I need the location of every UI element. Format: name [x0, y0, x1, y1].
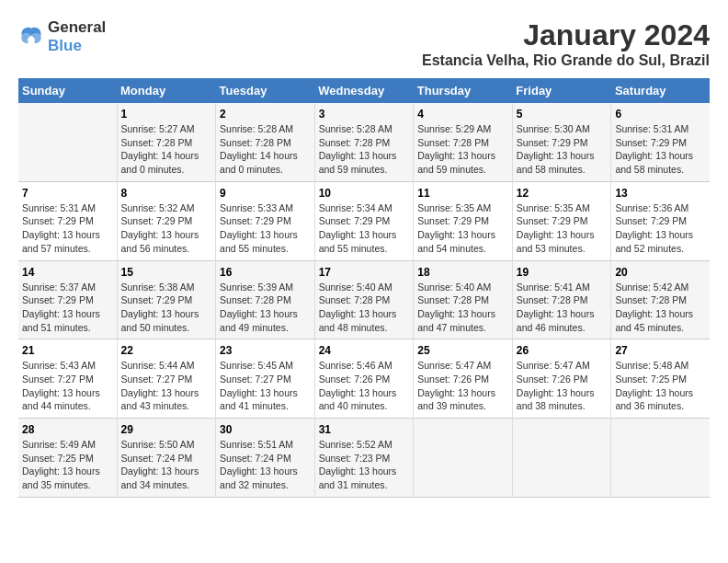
- calendar-week-row: 28Sunrise: 5:49 AM Sunset: 7:25 PM Dayli…: [18, 419, 710, 498]
- day-number: 27: [615, 344, 706, 357]
- day-number: 22: [121, 344, 212, 357]
- page-title: January 2024: [422, 18, 710, 52]
- page-header: General Blue January 2024 Estancia Velha…: [18, 18, 710, 69]
- day-number: 30: [220, 423, 311, 436]
- day-number: 19: [517, 266, 608, 279]
- calendar-cell: 9Sunrise: 5:33 AM Sunset: 7:29 PM Daylig…: [216, 181, 315, 260]
- day-number: 17: [319, 266, 410, 279]
- calendar-cell: 28Sunrise: 5:49 AM Sunset: 7:25 PM Dayli…: [18, 419, 117, 498]
- calendar-cell: 7Sunrise: 5:31 AM Sunset: 7:29 PM Daylig…: [18, 181, 117, 260]
- calendar-cell: 26Sunrise: 5:47 AM Sunset: 7:26 PM Dayli…: [512, 339, 611, 419]
- calendar-cell: 4Sunrise: 5:29 AM Sunset: 7:28 PM Daylig…: [414, 103, 513, 181]
- weekday-header-sunday: Sunday: [18, 78, 117, 103]
- day-info: Sunrise: 5:27 AM Sunset: 7:28 PM Dayligh…: [121, 122, 212, 177]
- calendar-cell: [18, 103, 117, 181]
- day-info: Sunrise: 5:31 AM Sunset: 7:29 PM Dayligh…: [22, 201, 113, 256]
- page-subtitle: Estancia Velha, Rio Grande do Sul, Brazi…: [422, 52, 710, 69]
- day-info: Sunrise: 5:28 AM Sunset: 7:28 PM Dayligh…: [220, 122, 311, 177]
- logo-general: General: [48, 18, 106, 36]
- weekday-header-thursday: Thursday: [414, 78, 513, 103]
- calendar-cell: 10Sunrise: 5:34 AM Sunset: 7:29 PM Dayli…: [314, 181, 414, 260]
- day-number: 4: [417, 108, 508, 121]
- day-info: Sunrise: 5:46 AM Sunset: 7:26 PM Dayligh…: [319, 359, 410, 413]
- calendar-cell: 31Sunrise: 5:52 AM Sunset: 7:23 PM Dayli…: [314, 419, 414, 498]
- day-info: Sunrise: 5:49 AM Sunset: 7:25 PM Dayligh…: [22, 438, 113, 492]
- calendar-cell: [414, 419, 513, 498]
- day-number: 9: [220, 187, 311, 200]
- weekday-header-monday: Monday: [117, 78, 216, 103]
- day-number: 26: [517, 344, 608, 357]
- day-number: 31: [319, 423, 410, 436]
- calendar-cell: 1Sunrise: 5:27 AM Sunset: 7:28 PM Daylig…: [117, 103, 216, 181]
- calendar-cell: 12Sunrise: 5:35 AM Sunset: 7:29 PM Dayli…: [512, 181, 611, 260]
- day-info: Sunrise: 5:45 AM Sunset: 7:27 PM Dayligh…: [220, 359, 311, 413]
- day-info: Sunrise: 5:28 AM Sunset: 7:28 PM Dayligh…: [319, 122, 410, 177]
- day-number: 28: [22, 423, 113, 436]
- day-info: Sunrise: 5:47 AM Sunset: 7:26 PM Dayligh…: [517, 359, 608, 413]
- weekday-header-wednesday: Wednesday: [314, 78, 414, 103]
- day-info: Sunrise: 5:51 AM Sunset: 7:24 PM Dayligh…: [220, 438, 311, 492]
- calendar-cell: 11Sunrise: 5:35 AM Sunset: 7:29 PM Dayli…: [414, 181, 513, 260]
- calendar-cell: [512, 419, 611, 498]
- day-info: Sunrise: 5:39 AM Sunset: 7:28 PM Dayligh…: [220, 281, 311, 335]
- calendar-cell: 30Sunrise: 5:51 AM Sunset: 7:24 PM Dayli…: [216, 419, 315, 498]
- day-number: 21: [22, 344, 113, 357]
- calendar-cell: 23Sunrise: 5:45 AM Sunset: 7:27 PM Dayli…: [216, 339, 315, 419]
- weekday-header-tuesday: Tuesday: [216, 78, 315, 103]
- calendar-cell: 3Sunrise: 5:28 AM Sunset: 7:28 PM Daylig…: [314, 103, 414, 181]
- day-info: Sunrise: 5:36 AM Sunset: 7:29 PM Dayligh…: [615, 201, 706, 256]
- day-info: Sunrise: 5:41 AM Sunset: 7:28 PM Dayligh…: [517, 281, 608, 335]
- calendar-cell: 19Sunrise: 5:41 AM Sunset: 7:28 PM Dayli…: [512, 260, 611, 339]
- weekday-header-friday: Friday: [512, 78, 611, 103]
- day-info: Sunrise: 5:40 AM Sunset: 7:28 PM Dayligh…: [417, 281, 508, 335]
- day-number: 10: [319, 187, 410, 200]
- day-info: Sunrise: 5:47 AM Sunset: 7:26 PM Dayligh…: [417, 359, 508, 413]
- day-info: Sunrise: 5:33 AM Sunset: 7:29 PM Dayligh…: [220, 201, 311, 256]
- logo-wrap: General Blue: [18, 18, 106, 55]
- day-info: Sunrise: 5:40 AM Sunset: 7:28 PM Dayligh…: [319, 281, 410, 335]
- day-number: 5: [517, 108, 608, 121]
- day-number: 20: [615, 266, 706, 279]
- weekday-header-row: SundayMondayTuesdayWednesdayThursdayFrid…: [18, 78, 710, 103]
- day-number: 3: [319, 108, 410, 121]
- weekday-header-saturday: Saturday: [611, 78, 710, 103]
- day-info: Sunrise: 5:37 AM Sunset: 7:29 PM Dayligh…: [22, 281, 113, 335]
- day-number: 12: [517, 187, 608, 200]
- day-number: 23: [220, 344, 311, 357]
- day-info: Sunrise: 5:52 AM Sunset: 7:23 PM Dayligh…: [319, 438, 410, 492]
- calendar-cell: 16Sunrise: 5:39 AM Sunset: 7:28 PM Dayli…: [216, 260, 315, 339]
- day-number: 16: [220, 266, 311, 279]
- day-info: Sunrise: 5:32 AM Sunset: 7:29 PM Dayligh…: [121, 201, 212, 256]
- calendar-cell: 25Sunrise: 5:47 AM Sunset: 7:26 PM Dayli…: [414, 339, 513, 419]
- day-info: Sunrise: 5:44 AM Sunset: 7:27 PM Dayligh…: [121, 359, 212, 413]
- logo-text: General Blue: [48, 18, 106, 55]
- day-info: Sunrise: 5:48 AM Sunset: 7:25 PM Dayligh…: [615, 359, 706, 413]
- calendar-cell: 17Sunrise: 5:40 AM Sunset: 7:28 PM Dayli…: [314, 260, 414, 339]
- calendar-cell: 20Sunrise: 5:42 AM Sunset: 7:28 PM Dayli…: [611, 260, 710, 339]
- calendar-cell: 2Sunrise: 5:28 AM Sunset: 7:28 PM Daylig…: [216, 103, 315, 181]
- logo-bird-icon: [18, 24, 44, 50]
- logo-blue: Blue: [48, 37, 82, 54]
- calendar-cell: 18Sunrise: 5:40 AM Sunset: 7:28 PM Dayli…: [414, 260, 513, 339]
- calendar-week-row: 1Sunrise: 5:27 AM Sunset: 7:28 PM Daylig…: [18, 103, 710, 181]
- day-number: 13: [615, 187, 706, 200]
- calendar-week-row: 14Sunrise: 5:37 AM Sunset: 7:29 PM Dayli…: [18, 260, 710, 339]
- day-number: 8: [121, 187, 212, 200]
- day-number: 2: [220, 108, 311, 121]
- day-info: Sunrise: 5:35 AM Sunset: 7:29 PM Dayligh…: [417, 201, 508, 256]
- day-number: 6: [615, 108, 706, 121]
- calendar-cell: 15Sunrise: 5:38 AM Sunset: 7:29 PM Dayli…: [117, 260, 216, 339]
- calendar-cell: 21Sunrise: 5:43 AM Sunset: 7:27 PM Dayli…: [18, 339, 117, 419]
- day-info: Sunrise: 5:35 AM Sunset: 7:29 PM Dayligh…: [517, 201, 608, 256]
- day-info: Sunrise: 5:31 AM Sunset: 7:29 PM Dayligh…: [615, 122, 706, 177]
- day-info: Sunrise: 5:29 AM Sunset: 7:28 PM Dayligh…: [417, 122, 508, 177]
- calendar-cell: 29Sunrise: 5:50 AM Sunset: 7:24 PM Dayli…: [117, 419, 216, 498]
- calendar-cell: 8Sunrise: 5:32 AM Sunset: 7:29 PM Daylig…: [117, 181, 216, 260]
- calendar-cell: 13Sunrise: 5:36 AM Sunset: 7:29 PM Dayli…: [611, 181, 710, 260]
- day-number: 24: [319, 344, 410, 357]
- calendar-week-row: 7Sunrise: 5:31 AM Sunset: 7:29 PM Daylig…: [18, 181, 710, 260]
- day-info: Sunrise: 5:30 AM Sunset: 7:29 PM Dayligh…: [517, 122, 608, 177]
- day-info: Sunrise: 5:38 AM Sunset: 7:29 PM Dayligh…: [121, 281, 212, 335]
- title-area: January 2024 Estancia Velha, Rio Grande …: [422, 18, 710, 69]
- day-number: 11: [417, 187, 508, 200]
